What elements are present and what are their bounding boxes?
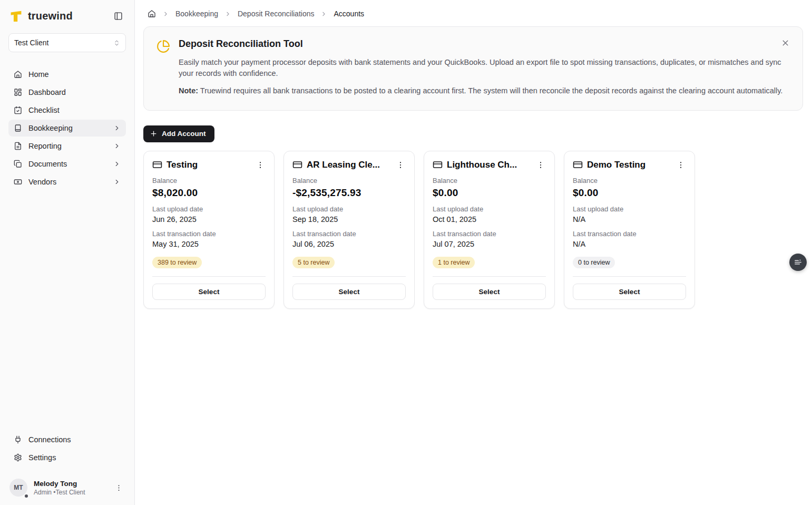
chevron-right-icon [224,11,231,17]
user-menu[interactable]: MT Melody Tong Admin •Test Client [8,477,126,499]
banner-body: Deposit Reconciliation Tool Easily match… [179,38,790,96]
user-texts: Melody Tong Admin •Test Client [34,480,106,496]
truewind-logo-icon [9,9,23,23]
breadcrumb-home-icon[interactable] [148,9,156,18]
last-transaction-value: May 31, 2025 [152,240,266,248]
last-upload-value: Oct 01, 2025 [433,215,546,224]
breadcrumb-item[interactable]: Bookkeeping [175,9,218,18]
user-name: Melody Tong [34,480,106,488]
gear-icon [14,453,22,462]
select-button[interactable]: Select [573,284,686,300]
kebab-icon[interactable] [113,482,125,494]
breadcrumb-item-current: Accounts [334,9,364,18]
feedback-list-icon [794,258,803,267]
user-meta: Admin •Test Client [34,489,106,496]
divider [433,276,546,277]
feedback-widget-button[interactable] [789,254,807,271]
last-upload-label: Last upload date [292,205,406,213]
review-badge: 1 to review [433,257,475,268]
breadcrumb: Bookkeeping Deposit Reconciliations Acco… [135,0,812,24]
chevron-right-icon [162,11,169,17]
account-card: Lighthouse Ch... Balance $0.00 Last uplo… [424,151,555,309]
banner-note-text: Truewind requires all bank transactions … [198,86,782,95]
balance-value: -$2,535,275.93 [292,187,406,199]
kebab-icon[interactable] [676,160,686,170]
sidebar-item-label: Settings [28,453,121,462]
divider [292,276,406,277]
chevron-right-icon [320,11,327,17]
add-account-label: Add Account [162,130,206,138]
credit-card-icon [433,160,443,170]
review-badge: 5 to review [292,257,335,268]
select-button[interactable]: Select [292,284,406,300]
last-transaction-value: Jul 06, 2025 [292,240,406,248]
account-title: Testing [167,160,251,170]
last-transaction-label: Last transaction date [433,230,546,238]
chevron-right-icon [113,160,121,168]
pie-chart-icon [156,40,170,96]
account-title: Demo Testing [587,160,671,170]
kebab-icon[interactable] [535,160,546,170]
sidebar-toggle-icon[interactable] [112,9,125,23]
balance-value: $0.00 [433,187,546,199]
add-account-button[interactable]: Add Account [143,125,214,142]
review-badge: 0 to review [573,257,615,268]
select-button[interactable]: Select [152,284,266,300]
book-icon [14,124,22,132]
sidebar-item-bookkeeping[interactable]: Bookkeeping [8,120,126,137]
last-upload-value: N/A [573,215,686,224]
banknote-icon [14,178,22,186]
credit-card-icon [152,160,162,170]
last-transaction-label: Last transaction date [152,230,266,238]
chevron-right-icon [113,178,121,186]
sidebar: truewind Test Client Home Dashboard Chec… [0,0,135,505]
calendar-icon [14,106,22,114]
breadcrumb-item[interactable]: Deposit Reconciliations [238,9,315,18]
plug-icon [14,435,22,444]
file-text-icon [14,142,22,150]
sidebar-item-documents[interactable]: Documents [8,156,126,172]
last-transaction-value: Jul 07, 2025 [433,240,546,248]
banner-description: Easily match your payment processor depo… [179,57,790,79]
last-upload-label: Last upload date [573,205,686,213]
sidebar-item-reporting[interactable]: Reporting [8,138,126,154]
sidebar-item-label: Reporting [28,142,107,150]
avatar-initials: MT [14,484,23,491]
sidebar-item-label: Dashboard [28,88,121,96]
sidebar-footer: Connections Settings MT Melody Tong Admi… [8,431,126,499]
divider [152,276,266,277]
client-selector-value: Test Client [14,38,48,47]
account-card: Demo Testing Balance $0.00 Last upload d… [564,151,695,309]
credit-card-icon [292,160,302,170]
chevron-right-icon [113,124,121,132]
sidebar-item-label: Bookkeeping [28,124,107,132]
balance-value: $0.00 [573,187,686,199]
account-title: Lighthouse Ch... [447,160,531,170]
last-transaction-label: Last transaction date [573,230,686,238]
review-badge: 389 to review [152,257,202,268]
last-upload-value: Jun 26, 2025 [152,215,266,224]
balance-label: Balance [433,177,546,184]
last-transaction-label: Last transaction date [292,230,406,238]
sidebar-item-label: Documents [28,160,107,168]
balance-value: $8,020.00 [152,187,266,199]
sidebar-item-vendors[interactable]: Vendors [8,173,126,190]
sidebar-nav: Home Dashboard Checklist Bookkeeping Rep… [8,66,126,190]
sidebar-item-home[interactable]: Home [8,66,126,83]
close-icon[interactable] [779,36,792,50]
select-button[interactable]: Select [433,284,546,300]
account-card: AR Leasing Cle... Balance -$2,535,275.93… [283,151,415,309]
account-title: AR Leasing Cle... [307,160,391,170]
sidebar-item-connections[interactable]: Connections [8,431,126,448]
balance-label: Balance [292,177,406,184]
banner-note: Note: Truewind requires all bank transac… [179,85,790,96]
sidebar-item-label: Vendors [28,178,107,186]
sidebar-item-dashboard[interactable]: Dashboard [8,84,126,101]
info-banner: Deposit Reconciliation Tool Easily match… [143,26,803,111]
kebab-icon[interactable] [395,160,406,170]
client-selector[interactable]: Test Client [8,33,126,52]
last-upload-value: Sep 18, 2025 [292,215,406,224]
sidebar-item-settings[interactable]: Settings [8,449,126,466]
sidebar-item-checklist[interactable]: Checklist [8,102,126,119]
kebab-icon[interactable] [255,160,266,170]
